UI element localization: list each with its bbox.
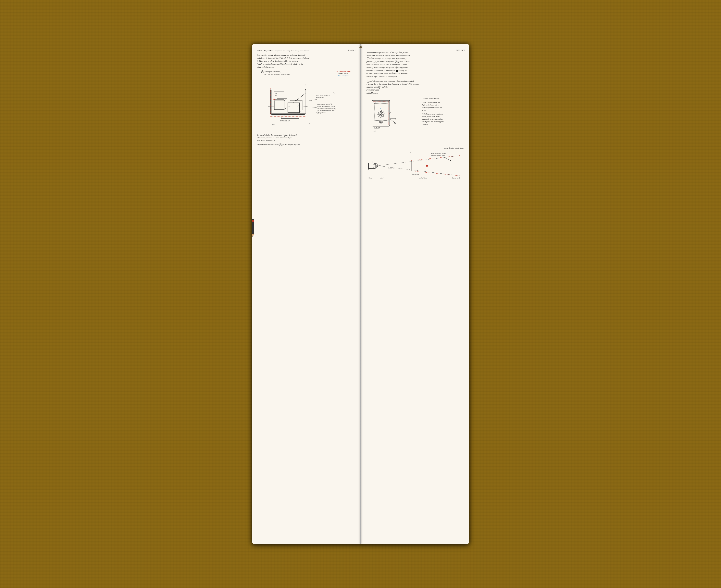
fig2-note1: 1. Flower is behind screen xyxy=(422,97,464,100)
svg-rect-1 xyxy=(252,220,254,222)
svg-line-39 xyxy=(296,93,306,101)
svg-line-62 xyxy=(387,102,390,104)
svg-text:MONITOR 3D: MONITOR 3D xyxy=(280,120,289,122)
svg-text:Acquired picture volume.: Acquired picture volume. xyxy=(431,152,447,154)
svg-rect-101 xyxy=(370,161,373,163)
svg-rect-23 xyxy=(288,103,300,112)
svg-text:y: y xyxy=(306,84,307,86)
svg-text:adjustment: adjustment xyxy=(319,112,326,114)
svg-marker-119 xyxy=(450,160,451,161)
svg-text:fig.3: fig.3 xyxy=(380,177,383,179)
intro-text: Zero parallax lambda adjustment at group… xyxy=(257,54,355,69)
left-header: LYT B9 – Mugur Marculescu, Chia-Kai Lian… xyxy=(257,49,355,52)
svg-text:front and something intersecti: front and something intersecting. xyxy=(316,108,336,109)
fig3-diagram: missing data due to field of view λ∞ → xyxy=(367,147,464,181)
svg-rect-58 xyxy=(372,100,390,126)
svg-text:field of view: field of view xyxy=(388,167,396,169)
svg-text:scene is behind screen, some i: scene is behind screen, some in xyxy=(316,105,335,107)
svg-rect-30 xyxy=(270,88,306,117)
svg-text:1.: 1. xyxy=(273,98,274,100)
color-key-blue: blue = in front xyxy=(336,75,351,77)
svg-rect-98 xyxy=(369,163,375,168)
svg-point-70 xyxy=(377,113,380,114)
svg-line-25 xyxy=(300,100,302,103)
svg-line-92 xyxy=(390,119,394,122)
svg-point-67 xyxy=(379,111,383,116)
right-para2: λ adjustments need to be combined with a… xyxy=(367,80,464,94)
notebook: 8|20|2012 LYT B9 – Mugur Marculescu, Chi… xyxy=(252,44,469,544)
svg-text:y: y xyxy=(390,111,391,113)
svg-text:foreground: foreground xyxy=(412,173,419,175)
svg-line-26 xyxy=(300,110,302,112)
fig2-note2: 2. User clicks on flower, the depth of t… xyxy=(422,101,464,111)
svg-text:entire image volume is: entire image volume is xyxy=(315,94,330,96)
svg-text:This represents a picture leve: This represents a picture level xyxy=(316,110,334,111)
svg-line-63 xyxy=(387,119,390,121)
fig2-note3: 3. Clicking on foreground flower pushes … xyxy=(422,113,464,125)
svg-text:λ∞ →: λ∞ → xyxy=(409,151,414,153)
monitor-diagram: MONITOR 3D 2D flat 1. 2. xyxy=(257,77,355,132)
left-page: 8|20|2012 LYT B9 – Mugur Marculescu, Chi… xyxy=(252,44,361,544)
svg-text:behind plane: behind plane xyxy=(315,97,324,98)
svg-text:fig.2: fig.2 xyxy=(272,123,275,125)
svg-text:optical focus: optical focus xyxy=(419,177,427,179)
bottom-note-2: Images move in the z axis as the λ for t… xyxy=(257,143,355,146)
bottom-note-1: Un-natural clipping due to setting the λ… xyxy=(257,134,355,142)
svg-line-118 xyxy=(442,156,450,161)
svg-marker-47 xyxy=(309,100,310,101)
svg-text:2D: 2D xyxy=(275,93,276,94)
svg-text:x: x xyxy=(395,118,396,120)
right-page: 8|20|2012 We would like to provide users… xyxy=(360,44,469,544)
svg-rect-7 xyxy=(281,117,299,119)
svg-text:mixed amount, some of the: mixed amount, some of the xyxy=(316,103,332,105)
svg-line-17 xyxy=(284,107,287,110)
svg-line-46 xyxy=(310,99,320,101)
svg-rect-14 xyxy=(274,101,284,110)
svg-text:z,λ: z,λ xyxy=(394,122,396,124)
right-date: 8|20|2012 xyxy=(456,49,465,52)
right-intro: We would like to provide users of this l… xyxy=(367,51,464,78)
color-key-red: red = monitor plane xyxy=(336,70,351,72)
svg-marker-90 xyxy=(389,112,390,113)
svg-rect-6 xyxy=(284,114,296,117)
svg-text:fig.2: fig.2 xyxy=(374,130,376,132)
svg-rect-60 xyxy=(374,104,387,121)
svg-line-55 xyxy=(298,106,316,108)
svg-marker-22 xyxy=(268,106,269,107)
svg-marker-3 xyxy=(252,236,253,237)
svg-text:background: background xyxy=(452,177,460,179)
svg-marker-34 xyxy=(305,84,306,85)
svg-rect-102 xyxy=(369,168,371,170)
svg-text:flat: flat xyxy=(275,94,277,96)
svg-line-16 xyxy=(284,98,287,101)
svg-line-61 xyxy=(374,102,377,104)
svg-point-69 xyxy=(380,114,382,118)
svg-text:z: z xyxy=(307,122,308,124)
svg-point-71 xyxy=(382,113,385,114)
color-key-black: black = behind xyxy=(336,72,351,75)
left-date: 8|20|2012 xyxy=(348,49,356,52)
svg-marker-56 xyxy=(297,105,298,107)
svg-line-24 xyxy=(288,100,290,103)
svg-text:λ: λ xyxy=(309,123,310,124)
svg-text:3.: 3. xyxy=(288,105,290,107)
svg-marker-85 xyxy=(380,108,381,109)
svg-text:2.: 2. xyxy=(274,104,276,105)
svg-point-106 xyxy=(426,165,428,167)
svg-text:Camera: Camera xyxy=(369,177,374,179)
svg-text:TABLET: TABLET xyxy=(374,127,380,129)
fig3-note-top: missing data due to field of view xyxy=(367,147,464,149)
svg-text:λ: λ xyxy=(317,112,318,114)
svg-point-77 xyxy=(379,121,382,123)
svg-line-103 xyxy=(377,155,460,166)
svg-text:x: x xyxy=(333,92,334,94)
svg-text:Note the tapered shape.: Note the tapered shape. xyxy=(431,155,446,156)
